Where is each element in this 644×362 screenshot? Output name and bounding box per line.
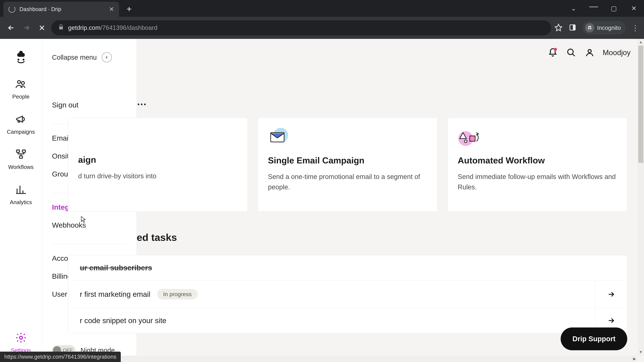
card-desc: Send immediate follow-up emails with Wor… bbox=[458, 171, 617, 192]
svg-rect-17 bbox=[470, 136, 475, 141]
card-automated-workflow[interactable]: Automated Workflow Send immediate follow… bbox=[448, 118, 627, 212]
svg-point-2 bbox=[588, 28, 589, 29]
app-viewport: People Campaigns Workflows Analytics bbox=[0, 39, 644, 362]
forward-button[interactable] bbox=[20, 22, 32, 34]
task-row[interactable]: r first marketing email In progress bbox=[68, 281, 627, 308]
status-badge: In progress bbox=[157, 289, 198, 300]
card-title: Automated Workflow bbox=[458, 155, 617, 165]
scroll-up-icon[interactable]: ▲ bbox=[638, 39, 644, 45]
scroll-right-icon[interactable]: ▶ bbox=[631, 356, 638, 362]
svg-point-5 bbox=[22, 59, 24, 60]
address-bar: getdrip.com/7641396/dashboard Incognito … bbox=[0, 17, 644, 39]
rail-label: Analytics bbox=[10, 199, 32, 205]
main-content: … aign d turn drive-by visitors into Sin… bbox=[137, 39, 637, 362]
support-label: Drip Support bbox=[572, 335, 616, 343]
tasks-heading-fragment: ed tasks bbox=[137, 232, 177, 243]
tab-spinner-icon bbox=[8, 6, 16, 13]
svg-point-7 bbox=[21, 81, 24, 84]
task-row[interactable]: ur email subscribers bbox=[68, 255, 627, 281]
icon-rail: People Campaigns Workflows Analytics bbox=[0, 39, 42, 362]
vertical-scrollbar[interactable]: ▲ ▼ bbox=[638, 39, 644, 355]
svg-point-4 bbox=[18, 59, 19, 60]
chevron-down-icon[interactable]: ⌄ bbox=[568, 5, 578, 12]
card-title-fragment: aign bbox=[78, 155, 238, 165]
back-button[interactable] bbox=[5, 22, 17, 34]
tab-strip: Dashboard · Drip ✕ + bbox=[0, 0, 644, 17]
support-button[interactable]: Drip Support bbox=[561, 328, 627, 350]
browser-tab[interactable]: Dashboard · Drip ✕ bbox=[3, 2, 119, 17]
card-desc: Send a one-time promotional email to a s… bbox=[268, 171, 427, 192]
card-single-email[interactable]: Single Email Campaign Send a one-time pr… bbox=[258, 118, 438, 212]
collapse-menu[interactable]: Collapse menu bbox=[52, 52, 126, 62]
task-label-fragment: r first marketing email bbox=[80, 290, 150, 299]
browser-menu-icon[interactable]: ⋮ bbox=[632, 24, 639, 32]
task-label-fragment: r code snippet on your site bbox=[80, 317, 166, 325]
svg-point-6 bbox=[18, 81, 20, 84]
window-controls: ⌄ — ▢ ✕ bbox=[568, 3, 639, 13]
flyout-webhooks[interactable]: Webhooks bbox=[52, 221, 126, 229]
rail-item-workflows[interactable]: Workflows bbox=[0, 148, 42, 170]
card-partial[interactable]: aign d turn drive-by visitors into bbox=[68, 118, 248, 212]
workflow-icon bbox=[15, 148, 27, 162]
task-label-fragment: ur email subscribers bbox=[80, 264, 152, 272]
card-desc-fragment: d turn drive-by visitors into bbox=[78, 171, 238, 181]
status-bar-link: https://www.getdrip.com/7641396/integrat… bbox=[0, 352, 121, 362]
close-tab-icon[interactable]: ✕ bbox=[109, 6, 114, 13]
lock-icon bbox=[58, 24, 64, 32]
rail-label: People bbox=[12, 93, 30, 100]
task-row[interactable]: r code snippet on your site bbox=[68, 308, 627, 333]
incognito-label: Incognito bbox=[597, 24, 621, 31]
svg-rect-9 bbox=[22, 150, 25, 152]
flyout-sign-out[interactable]: Sign out bbox=[52, 101, 126, 109]
section-heading-fragment: … bbox=[137, 96, 147, 107]
megaphone-icon bbox=[15, 113, 27, 126]
rail-item-analytics[interactable]: Analytics bbox=[0, 184, 42, 205]
scrollbar-thumb[interactable] bbox=[638, 45, 643, 163]
rail-label: Workflows bbox=[8, 164, 34, 170]
tasks-box: ur email subscribers r first marketing e… bbox=[68, 255, 627, 333]
star-bookmark-icon[interactable] bbox=[554, 23, 562, 32]
form-icon bbox=[78, 128, 238, 146]
collapse-label: Collapse menu bbox=[52, 54, 97, 61]
browser-chrome: Dashboard · Drip ✕ + ⌄ — ▢ ✕ getdrip.com… bbox=[0, 0, 644, 39]
rail-item-campaigns[interactable]: Campaigns bbox=[0, 113, 42, 135]
svg-rect-1 bbox=[573, 25, 575, 30]
extensions-icon[interactable] bbox=[568, 23, 576, 32]
svg-point-11 bbox=[20, 336, 22, 339]
rail-item-settings[interactable]: Settings bbox=[0, 332, 42, 354]
arrow-right-icon bbox=[595, 281, 615, 308]
maximize-icon[interactable]: ▢ bbox=[609, 5, 619, 12]
people-icon bbox=[15, 78, 27, 91]
incognito-icon bbox=[585, 23, 594, 32]
new-tab-button[interactable]: + bbox=[124, 4, 134, 14]
url-text: getdrip.com/7641396/dashboard bbox=[68, 24, 158, 31]
svg-point-3 bbox=[590, 28, 591, 29]
incognito-badge[interactable]: Incognito bbox=[582, 21, 626, 34]
url-box[interactable]: getdrip.com/7641396/dashboard bbox=[51, 20, 551, 35]
collapse-icon bbox=[102, 52, 112, 62]
tab-title: Dashboard · Drip bbox=[20, 6, 105, 12]
minimize-icon[interactable]: — bbox=[589, 1, 599, 11]
cards-row: aign d turn drive-by visitors into Singl… bbox=[68, 118, 627, 212]
rail-label: Campaigns bbox=[7, 129, 35, 135]
svg-rect-8 bbox=[16, 150, 20, 152]
analytics-icon bbox=[15, 184, 27, 197]
svg-point-18 bbox=[464, 140, 467, 143]
card-title: Single Email Campaign bbox=[268, 155, 427, 165]
scroll-down-icon[interactable]: ▼ bbox=[638, 349, 644, 355]
cursor-icon bbox=[81, 216, 86, 223]
gear-icon bbox=[15, 332, 27, 345]
workflow-card-icon bbox=[458, 128, 617, 147]
envelope-icon bbox=[268, 128, 427, 147]
app-logo[interactable] bbox=[14, 49, 28, 65]
svg-rect-10 bbox=[20, 156, 22, 158]
close-window-icon[interactable]: ✕ bbox=[629, 5, 639, 12]
stop-reload-button[interactable] bbox=[36, 22, 48, 34]
rail-item-people[interactable]: People bbox=[0, 78, 42, 100]
